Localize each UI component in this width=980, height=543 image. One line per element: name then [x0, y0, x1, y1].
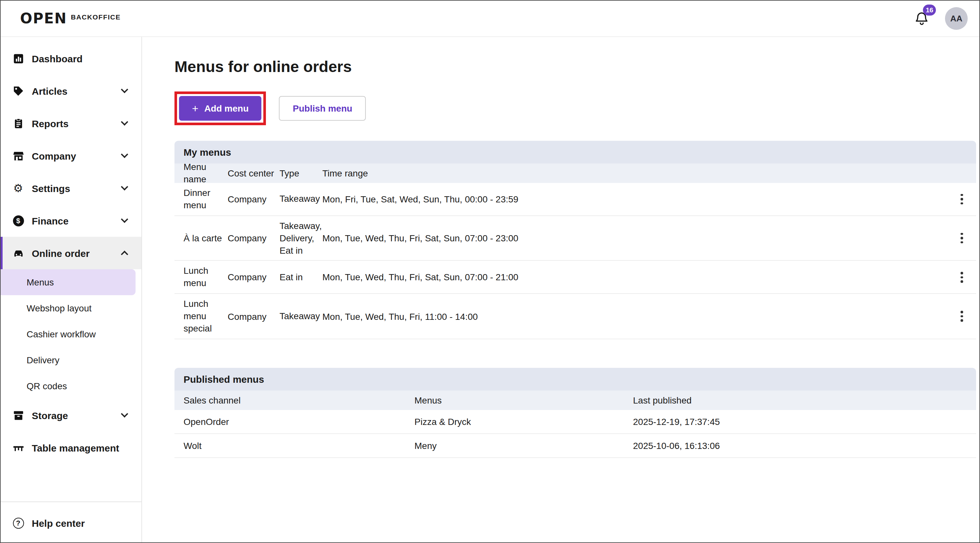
sidebar-item-label: Storage	[32, 410, 68, 421]
storefront-icon	[12, 149, 25, 162]
type-cell: Takeaway, Delivery, Eat in	[280, 220, 322, 256]
sidebar-item-table-management[interactable]: Table management	[1, 432, 142, 464]
subnav-item-label: QR codes	[27, 381, 67, 391]
row-actions-kebab-icon[interactable]	[958, 269, 966, 286]
my-menus-header-row: Menu name Cost center Type Time range	[175, 164, 976, 183]
logo-backoffice-label: BACKOFFICE	[71, 13, 121, 21]
sidebar-item-reports[interactable]: Reports	[1, 107, 142, 140]
body-wrap: Dashboard Articles Reports	[1, 37, 979, 542]
top-bar: OPEN BACKOFFICE 16 AA	[1, 1, 979, 37]
type-cell: Takeaway	[280, 193, 322, 205]
last-published-cell: 2025-10-06, 16:13:06	[633, 441, 976, 451]
table-icon	[12, 441, 25, 454]
sales-channel-cell: Wolt	[175, 441, 414, 451]
gear-icon: ⚙	[12, 182, 25, 194]
add-menu-label: Add menu	[204, 103, 249, 113]
sidebar-item-menus[interactable]: Menus	[1, 269, 135, 295]
sidebar-item-cashier-workflow[interactable]: Cashier workflow	[1, 321, 142, 347]
sidebar-item-label: Finance	[32, 215, 68, 226]
cost-center-cell: Company	[228, 311, 280, 322]
sidebar-item-delivery[interactable]: Delivery	[1, 347, 142, 373]
sidebar-item-label: Settings	[32, 183, 70, 194]
subnav-item-label: Delivery	[27, 355, 59, 365]
table-row: À la carte Company Takeaway, Delivery, E…	[175, 216, 976, 261]
sidebar: Dashboard Articles Reports	[1, 37, 142, 542]
published-menus-header-row: Sales channel Menus Last published	[175, 390, 976, 410]
column-header-sales-channel: Sales channel	[175, 395, 414, 406]
table-row: Lunch menu Company Eat in Mon, Tue, Wed,…	[175, 261, 976, 294]
car-icon	[12, 247, 25, 260]
column-header-cost-center: Cost center	[228, 168, 280, 178]
table-row: Dinner menu Company Takeaway Mon, Fri, T…	[175, 183, 976, 216]
row-actions-kebab-icon[interactable]	[958, 308, 966, 325]
chevron-down-icon	[121, 151, 129, 158]
help-center-link[interactable]: ? Help center	[1, 507, 142, 538]
sales-channel-cell: OpenOrder	[175, 417, 414, 427]
top-bar-actions: 16 AA	[914, 7, 968, 30]
chevron-down-icon	[121, 118, 129, 126]
subnav-item-label: Webshop layout	[27, 303, 91, 313]
cost-center-cell: Company	[228, 272, 280, 282]
menu-name-cell: Lunch menu special	[175, 298, 228, 334]
time-range-cell: Mon, Tue, Wed, Thu, Fri, Sat, Sun, 07:00…	[322, 272, 948, 282]
plus-icon: +	[192, 103, 199, 114]
table-row: OpenOrder Pizza & Dryck 2025-12-19, 17:3…	[175, 410, 976, 434]
question-mark-icon: ?	[13, 518, 24, 529]
sidebar-divider	[1, 502, 142, 502]
add-menu-button[interactable]: + Add menu	[179, 96, 262, 121]
column-header-time-range: Time range	[322, 168, 948, 178]
chevron-down-icon	[121, 410, 129, 418]
tag-icon	[12, 84, 25, 97]
avatar[interactable]: AA	[945, 7, 968, 30]
menus-cell: Pizza & Dryck	[414, 417, 633, 427]
time-range-cell: Mon, Tue, Wed, Thu, Fri, 11:00 - 14:00	[322, 311, 948, 322]
column-header-menu-name: Menu name	[175, 161, 228, 186]
menu-name-cell: Lunch menu	[175, 265, 228, 290]
chevron-down-icon	[121, 183, 129, 191]
sidebar-item-webshop-layout[interactable]: Webshop layout	[1, 295, 142, 321]
row-actions-kebab-icon[interactable]	[958, 230, 966, 247]
sidebar-item-online-order[interactable]: Online order	[1, 237, 142, 269]
sidebar-item-label: Company	[32, 150, 76, 161]
menu-name-cell: Dinner menu	[175, 187, 228, 212]
sidebar-item-label: Articles	[32, 85, 67, 96]
time-range-cell: Mon, Tue, Wed, Thu, Fri, Sat, Sun, 07:00…	[322, 233, 948, 243]
bell-icon	[914, 16, 929, 27]
sidebar-item-label: Reports	[32, 118, 68, 129]
published-menus-card: Published menus Sales channel Menus Last…	[175, 368, 976, 458]
column-header-menus: Menus	[414, 395, 633, 406]
type-cell: Eat in	[280, 271, 322, 283]
last-published-cell: 2025-12-19, 17:37:45	[633, 417, 976, 427]
page-actions: + Add menu Publish menu	[175, 91, 975, 125]
sidebar-item-company[interactable]: Company	[1, 140, 142, 172]
sidebar-item-storage[interactable]: Storage	[1, 399, 142, 432]
menus-cell: Meny	[414, 441, 633, 451]
sidebar-item-qr-codes[interactable]: QR codes	[1, 373, 142, 399]
chevron-down-icon	[121, 216, 129, 223]
sidebar-item-articles[interactable]: Articles	[1, 75, 142, 107]
type-cell: Takeaway	[280, 310, 322, 322]
row-actions-kebab-icon[interactable]	[958, 190, 966, 208]
column-header-type: Type	[280, 167, 322, 179]
sidebar-item-finance[interactable]: $ Finance	[1, 204, 142, 237]
subnav-item-label: Cashier workflow	[27, 329, 95, 339]
sidebar-item-label: Online order	[32, 247, 89, 258]
my-menus-card: My menus Menu name Cost center Type Time…	[175, 141, 976, 339]
app-root: OPEN BACKOFFICE 16 AA	[0, 0, 980, 543]
notifications-button[interactable]: 16	[914, 10, 931, 27]
chevron-up-icon	[121, 251, 129, 258]
subnav-item-label: Menus	[27, 277, 54, 287]
clipboard-icon	[12, 117, 25, 130]
app-logo[interactable]: OPEN BACKOFFICE	[20, 10, 121, 27]
online-order-subnav: Menus Webshop layout Cashier workflow De…	[1, 269, 142, 399]
help-center-label: Help center	[32, 518, 84, 529]
sidebar-item-dashboard[interactable]: Dashboard	[1, 42, 142, 75]
chevron-down-icon	[121, 86, 129, 94]
dashboard-icon	[12, 52, 25, 65]
main-content: Menus for online orders + Add menu Publi…	[142, 37, 979, 542]
table-row: Wolt Meny 2025-10-06, 16:13:06	[175, 434, 976, 458]
publish-menu-button[interactable]: Publish menu	[279, 96, 366, 121]
sidebar-item-label: Table management	[32, 442, 119, 453]
sidebar-item-label: Dashboard	[32, 53, 83, 64]
sidebar-item-settings[interactable]: ⚙ Settings	[1, 172, 142, 204]
